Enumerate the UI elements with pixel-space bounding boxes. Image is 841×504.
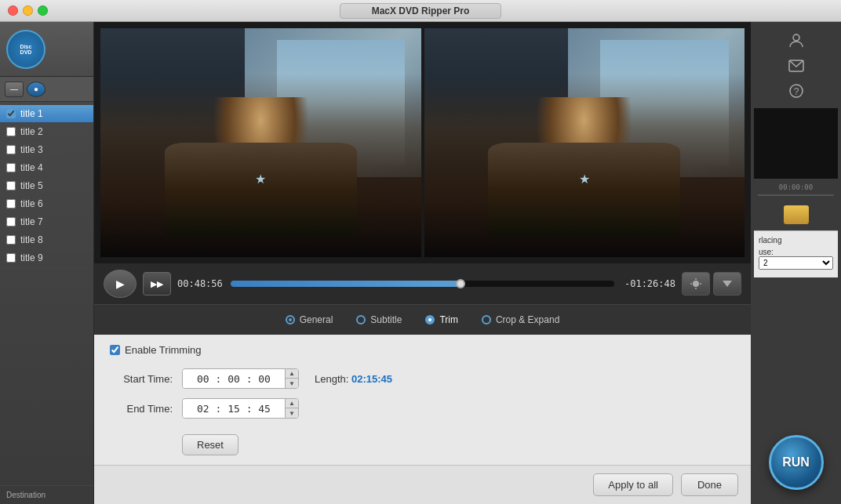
title8-checkbox[interactable]	[6, 235, 16, 245]
svg-marker-5	[723, 281, 732, 287]
action-bar: Apply to all Done	[94, 465, 751, 504]
toolbar-btn-2[interactable]: ●	[27, 82, 46, 97]
time-start-display: 00:48:56	[177, 278, 224, 289]
app-logo: DiscDVD	[6, 30, 46, 69]
right-time-display: 00:00:00	[779, 183, 813, 191]
tab-crop-radio[interactable]	[482, 315, 491, 325]
start-time-up[interactable]: ▲	[286, 369, 298, 379]
sidebar-item-title3[interactable]: title 3	[0, 141, 93, 159]
title4-checkbox[interactable]	[6, 163, 16, 172]
mail-icon[interactable]	[784, 53, 809, 78]
tab-trim-label: Trim	[439, 314, 458, 325]
tab-subtitle-label: Subtitle	[370, 314, 402, 325]
svg-point-6	[793, 34, 799, 41]
title1-checkbox[interactable]	[6, 109, 16, 118]
done-button[interactable]: Done	[681, 473, 738, 496]
end-time-down[interactable]: ▼	[286, 408, 298, 418]
left-video-panel: ★	[100, 28, 421, 257]
controls-bar: ▶ ▶▶ 00:48:56 -01:26:48	[94, 263, 751, 304]
maximize-button[interactable]	[38, 5, 48, 16]
start-time-spinner: ▲ ▼	[285, 369, 298, 388]
run-button[interactable]: RUN	[769, 435, 824, 490]
title-bar: MacX DVD Ripper Pro	[0, 0, 841, 22]
window-controls[interactable]	[8, 5, 48, 16]
enable-trim-row: Enable Trimming	[110, 344, 735, 356]
deinterlace-label: rlacing	[759, 236, 833, 245]
sidebar-item-title1[interactable]: title 1	[0, 105, 93, 123]
reset-button[interactable]: Reset	[182, 434, 238, 455]
run-label: RUN	[782, 455, 810, 470]
length-info: Length: 02:15:45	[315, 373, 392, 385]
title3-checkbox[interactable]	[6, 145, 16, 154]
title4-label: title 4	[20, 162, 43, 173]
title-list: title 1 title 2 title 3 title 4 title 5 …	[0, 102, 93, 485]
title5-checkbox[interactable]	[6, 181, 16, 190]
title6-label: title 6	[20, 198, 43, 209]
tab-trim[interactable]: Trim	[416, 311, 468, 328]
start-time-down[interactable]: ▼	[286, 379, 298, 388]
tab-bar: General Subtitle Trim Crop & Expand	[94, 304, 751, 335]
sidebar-header: DiscDVD	[0, 22, 93, 77]
tab-subtitle[interactable]: Subtitle	[347, 311, 411, 328]
app-title: MacX DVD Ripper Pro	[340, 3, 502, 19]
progress-thumb[interactable]	[456, 279, 465, 288]
forward-button[interactable]: ▶▶	[143, 272, 171, 296]
play-button[interactable]: ▶	[104, 270, 137, 298]
enable-trim-label: Enable Trimming	[125, 344, 202, 356]
deinterlace-use-label: use: 0 1 2 3	[759, 248, 833, 270]
tab-general-radio[interactable]	[286, 315, 295, 325]
tab-crop-label: Crop & Expand	[496, 314, 559, 325]
title6-checkbox[interactable]	[6, 199, 16, 208]
title9-checkbox[interactable]	[6, 253, 16, 263]
sidebar-item-title5[interactable]: title 5	[0, 177, 93, 195]
title2-checkbox[interactable]	[6, 127, 16, 136]
sidebar-item-title9[interactable]: title 9	[0, 249, 93, 267]
destination-label: Destination	[0, 485, 93, 504]
right-panel: ? 00:00:00 rlacing use: 0 1 2 3	[751, 22, 841, 504]
enable-trimming-checkbox[interactable]	[110, 345, 120, 355]
sidebar-item-title6[interactable]: title 6	[0, 195, 93, 213]
tab-subtitle-radio[interactable]	[356, 315, 366, 325]
center-panel: ★ ★ ▶	[94, 22, 751, 504]
toolbar-btn-1[interactable]: —	[5, 82, 24, 97]
sidebar-item-title7[interactable]: title 7	[0, 213, 93, 231]
title1-label: title 1	[20, 108, 43, 119]
video-area: ★ ★	[94, 22, 751, 263]
tab-trim-radio[interactable]	[425, 315, 435, 325]
right-video-panel: ★	[424, 28, 745, 257]
help-icon[interactable]: ?	[784, 78, 809, 103]
deinterlace-panel: rlacing use: 0 1 2 3	[754, 230, 838, 277]
flip-button[interactable]	[713, 272, 741, 296]
title7-checkbox[interactable]	[6, 217, 16, 227]
right-preview	[754, 108, 838, 179]
end-time-input[interactable]	[183, 400, 285, 418]
start-time-input[interactable]	[183, 370, 285, 388]
sidebar-item-title8[interactable]: title 8	[0, 231, 93, 249]
sidebar: DiscDVD — ● title 1 title 2 title 3 titl…	[0, 22, 94, 504]
sidebar-item-title4[interactable]: title 4	[0, 159, 93, 177]
length-value: 02:15:45	[351, 373, 392, 385]
folder-button[interactable]	[784, 205, 809, 224]
progress-bar[interactable]	[231, 281, 614, 287]
deinterlace-select[interactable]: 0 1 2 3	[759, 256, 833, 270]
minimize-button[interactable]	[23, 5, 33, 16]
person-icon[interactable]	[784, 28, 809, 53]
brightness-button[interactable]	[682, 272, 710, 296]
title3-label: title 3	[20, 144, 43, 155]
title9-label: title 9	[20, 252, 43, 263]
close-button[interactable]	[8, 5, 18, 16]
tab-general[interactable]: General	[276, 311, 343, 328]
end-time-label: End Time:	[110, 403, 173, 415]
title2-label: title 2	[20, 126, 43, 137]
start-time-row: Start Time: ▲ ▼ Length: 02:15:45	[110, 368, 735, 389]
main-container: DiscDVD — ● title 1 title 2 title 3 titl…	[0, 22, 841, 504]
ctrl-icon-group	[682, 272, 741, 296]
sidebar-item-title2[interactable]: title 2	[0, 123, 93, 141]
svg-text:?: ?	[793, 86, 799, 97]
progress-fill	[231, 281, 461, 287]
apply-to-all-button[interactable]: Apply to all	[593, 473, 673, 496]
end-time-up[interactable]: ▲	[286, 399, 298, 408]
end-time-input-group: ▲ ▼	[182, 398, 299, 419]
end-time-row: End Time: ▲ ▼	[110, 398, 735, 419]
tab-crop-expand[interactable]: Crop & Expand	[472, 311, 569, 328]
